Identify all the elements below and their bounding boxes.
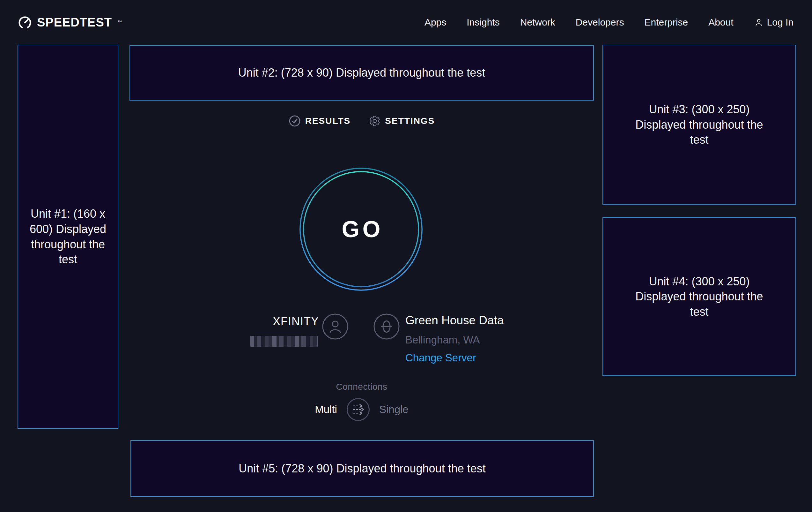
user-circle-icon[interactable] bbox=[322, 313, 349, 340]
nav-about[interactable]: About bbox=[708, 17, 733, 28]
ad-unit-5[interactable]: Unit #5: (728 x 90) Displayed throughout… bbox=[130, 440, 594, 497]
server-name: Green House Data bbox=[405, 315, 504, 326]
tab-results[interactable]: RESULTS bbox=[289, 115, 351, 127]
nav-developers[interactable]: Developers bbox=[576, 17, 624, 28]
ad-unit-2-text: Unit #2: (728 x 90) Displayed throughout… bbox=[238, 65, 485, 80]
connections-option-single[interactable]: Single bbox=[379, 403, 409, 415]
change-server-link[interactable]: Change Server bbox=[405, 352, 504, 363]
connections-label: Connections bbox=[129, 382, 594, 392]
connections-toggle[interactable] bbox=[346, 397, 371, 422]
server-info: Green House Data Bellingham, WA Change S… bbox=[405, 315, 504, 363]
speedometer-gauge-icon bbox=[18, 15, 32, 30]
results-settings-tabs: RESULTS SETTINGS bbox=[129, 115, 594, 127]
nav-apps[interactable]: Apps bbox=[425, 17, 446, 28]
tab-results-label: RESULTS bbox=[305, 116, 351, 126]
provider-name: XFINITY bbox=[245, 315, 319, 328]
nav-enterprise[interactable]: Enterprise bbox=[644, 17, 688, 28]
logo-trademark: ™ bbox=[117, 20, 122, 25]
check-circle-icon bbox=[289, 115, 301, 127]
connections-option-multi[interactable]: Multi bbox=[315, 403, 337, 415]
user-icon bbox=[754, 18, 763, 27]
ad-unit-1[interactable]: Unit #1: (160 x 600) Displayed throughou… bbox=[18, 45, 118, 429]
ad-unit-4[interactable]: Unit #4: (300 x 250) Displayed throughou… bbox=[603, 217, 796, 376]
server-location: Bellingham, WA bbox=[405, 334, 504, 345]
tab-settings-label: SETTINGS bbox=[385, 116, 435, 126]
speedtest-logo[interactable]: SPEEDTEST ™ bbox=[18, 15, 122, 30]
ad-unit-5-text: Unit #5: (728 x 90) Displayed throughout… bbox=[238, 461, 486, 476]
speedtest-page: SPEEDTEST ™ Apps Insights Network Develo… bbox=[0, 0, 812, 512]
go-button[interactable]: GO bbox=[299, 167, 423, 291]
ad-unit-3-text: Unit #3: (300 x 250) Displayed throughou… bbox=[627, 102, 772, 147]
globe-icon bbox=[373, 313, 400, 340]
ad-unit-2[interactable]: Unit #2: (728 x 90) Displayed throughout… bbox=[129, 45, 594, 101]
provider-ip-redacted bbox=[250, 336, 318, 347]
logo-text: SPEEDTEST bbox=[37, 16, 112, 29]
nav-network[interactable]: Network bbox=[520, 17, 555, 28]
tab-settings[interactable]: SETTINGS bbox=[369, 115, 435, 127]
gear-icon bbox=[369, 115, 380, 127]
login-label: Log In bbox=[767, 17, 793, 28]
nav-insights[interactable]: Insights bbox=[467, 17, 499, 28]
login-button[interactable]: Log In bbox=[754, 17, 793, 28]
go-button-label: GO bbox=[299, 167, 423, 291]
main-nav: Apps Insights Network Developers Enterpr… bbox=[425, 17, 793, 28]
multi-arrows-icon bbox=[346, 397, 371, 422]
ad-unit-3[interactable]: Unit #3: (300 x 250) Displayed throughou… bbox=[603, 45, 796, 205]
connections-row: Multi Single bbox=[129, 397, 594, 422]
ad-unit-4-text: Unit #4: (300 x 250) Displayed throughou… bbox=[627, 274, 772, 320]
top-nav-bar: SPEEDTEST ™ Apps Insights Network Develo… bbox=[0, 0, 812, 45]
ad-unit-1-text: Unit #1: (160 x 600) Displayed throughou… bbox=[28, 206, 108, 267]
